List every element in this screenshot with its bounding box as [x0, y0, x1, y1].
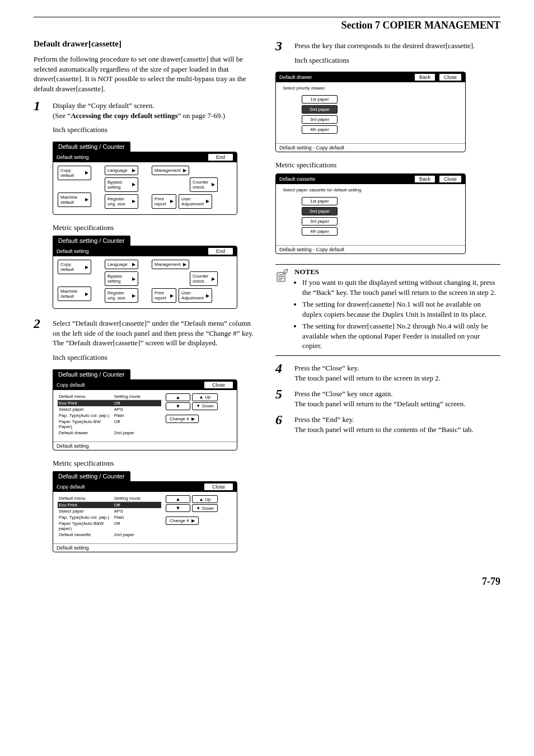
up-button[interactable]: ▲ Up	[192, 393, 218, 401]
change-number-button[interactable]: Change #▶	[166, 415, 199, 423]
copy-default-button[interactable]: Copy default▶	[58, 166, 91, 180]
close-button[interactable]: Close	[439, 73, 462, 81]
paper-3-button[interactable]: 3rd paper	[302, 115, 338, 124]
change-number-button[interactable]: Change #▶	[166, 516, 199, 525]
management-button[interactable]: Management▶	[152, 166, 189, 175]
step3-text: Press the key that corresponds to the de…	[294, 41, 500, 51]
default-cassette-panel-metric: Default cassette Back Close Select paper…	[275, 173, 466, 254]
svg-rect-0	[277, 273, 285, 281]
step1-line2: (See “Accessing the copy default setting…	[53, 111, 259, 121]
spec-label: Inch specifications	[53, 353, 259, 363]
down-button[interactable]: ▼ Down	[192, 402, 218, 410]
machine-default-button[interactable]: Machine default▶	[58, 192, 91, 207]
language-button[interactable]: Language▶	[105, 166, 138, 175]
page-title: Default drawer[cassette]	[34, 39, 259, 49]
note-item: If you want to quit the displayed settin…	[302, 278, 500, 297]
menu-item[interactable]: Default drawer2nd paper	[58, 430, 161, 436]
register-orig-size-button[interactable]: Register orig. size▶	[105, 194, 138, 209]
page-number: 7-79	[34, 576, 500, 588]
menu-item[interactable]: Eco PrintOff	[58, 400, 161, 406]
spec-label: Metric specifications	[53, 458, 259, 468]
end-button[interactable]: End	[208, 153, 233, 161]
close-button[interactable]: Close	[439, 175, 462, 183]
end-button[interactable]: End	[208, 247, 233, 255]
default-menu-list[interactable]: Default menuSetting mode Eco PrintOffSel…	[58, 495, 161, 538]
back-button[interactable]: Back	[414, 175, 435, 183]
default-drawer-panel-inch: Default drawer Back Close Select priorit…	[275, 72, 466, 152]
step-number: 4	[275, 361, 288, 383]
menu-item[interactable]: Pap. Type(Auto col. pap.)Plain	[58, 412, 161, 419]
step1-line1: Display the “Copy default” screen.	[53, 101, 259, 111]
panel-bar-label: Default setting	[57, 154, 89, 160]
menu-item[interactable]: Eco PrintOff	[58, 502, 161, 508]
copy-default-panel-inch: Default setting / Counter Copy defaultCl…	[53, 369, 237, 450]
paper-1-button[interactable]: 1st paper	[302, 197, 338, 205]
section-header: Section 7 COPIER MANAGEMENT	[34, 20, 500, 31]
spec-label: Inch specifications	[294, 55, 500, 65]
scroll-up-arrow[interactable]: ▲	[166, 393, 190, 401]
note-item: The setting for drawer[cassette] No.1 wi…	[302, 299, 500, 319]
step-number: 3	[275, 39, 288, 67]
menu-item[interactable]: Select paperAPS	[58, 406, 161, 412]
paper-2-button[interactable]: 2nd paper	[302, 207, 338, 215]
menu-item[interactable]: Default cassette2nd paper	[58, 532, 161, 538]
print-report-button[interactable]: Print report▶	[152, 194, 176, 209]
spec-label: Metric specifications	[53, 223, 259, 233]
spec-label: Metric specifications	[275, 160, 500, 170]
note-item: The setting for drawer[cassette] No.2 th…	[302, 321, 500, 351]
notes-icon	[275, 267, 290, 353]
default-setting-panel-metric: Default setting / Counter Default settin…	[53, 236, 237, 309]
paper-4-button[interactable]: 4th paper	[302, 125, 338, 134]
paper-3-button[interactable]: 3rd paper	[302, 217, 338, 226]
spec-label: Inch specifications	[53, 125, 259, 135]
copy-default-panel-metric: Default setting / Counter Copy defaultCl…	[53, 471, 237, 552]
close-button[interactable]: Close	[204, 381, 233, 389]
paper-2-button[interactable]: 2nd paper	[302, 105, 338, 114]
step2-text2: The “Default drawer[cassette]” screen wi…	[53, 338, 259, 348]
scroll-down-arrow[interactable]: ▼	[166, 402, 190, 410]
menu-item[interactable]: Pap. Type(Auto col. pap.)Plain	[58, 514, 161, 520]
step-number: 1	[34, 99, 46, 137]
default-menu-list[interactable]: Default menuSetting mode Eco PrintOffSel…	[58, 393, 161, 436]
user-adjustment-button[interactable]: User Adjustment▶	[179, 194, 212, 209]
menu-item[interactable]: Paper Type(Auto B&W paper)Off	[58, 520, 161, 532]
paper-4-button[interactable]: 4th paper	[302, 227, 338, 236]
menu-item[interactable]: Paper Type(Auto BW Paper)Off	[58, 419, 161, 430]
step-number: 2	[34, 317, 46, 364]
paper-1-button[interactable]: 1st paper	[302, 95, 338, 104]
intro-text: Perform the following procedure to set o…	[34, 54, 259, 93]
step-number: 6	[275, 413, 288, 434]
close-button[interactable]: Close	[204, 483, 233, 491]
notes-box: NOTES If you want to quit the displayed …	[275, 264, 500, 356]
step2-text1: Select “Default drawer[cassette]” under …	[53, 318, 259, 338]
default-setting-panel-inch: Default setting / Counter Default settin…	[53, 142, 237, 215]
counter-check-button[interactable]: Counter check▶	[190, 177, 218, 192]
menu-item[interactable]: Select paperAPS	[58, 508, 161, 514]
back-button[interactable]: Back	[414, 73, 435, 81]
step-number: 5	[275, 387, 288, 408]
bypass-setting-button[interactable]: Bypass setting▶	[105, 177, 138, 192]
